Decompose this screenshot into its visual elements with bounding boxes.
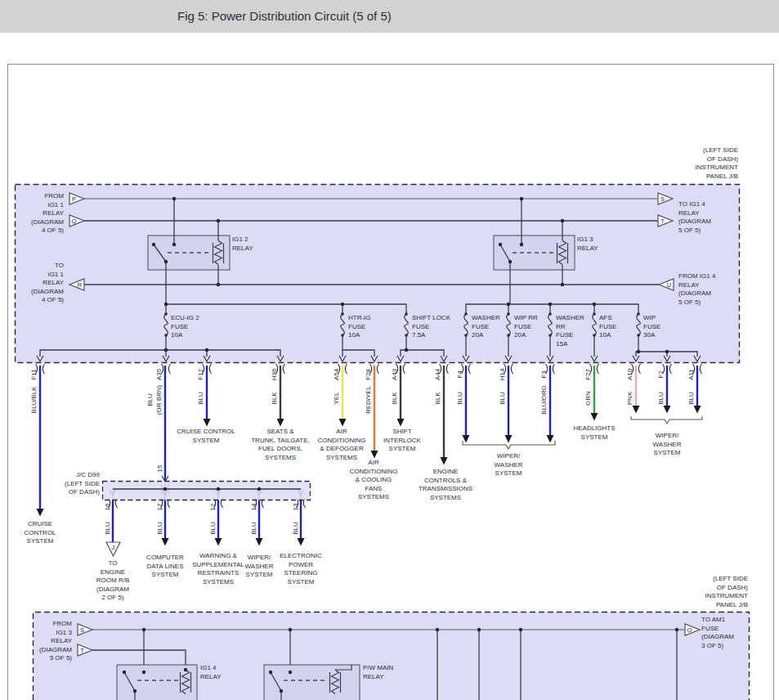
jc-pin-16: 16 bbox=[104, 504, 113, 511]
dest-cruise-control: CRUISE CONTROL SYSTEM bbox=[24, 520, 56, 546]
wire-color: BLU bbox=[687, 392, 696, 405]
svg-text:P: P bbox=[72, 195, 76, 203]
lower-panel-note: (LEFT SIDE OF DASH) INSTRUMENT PANEL J/B bbox=[705, 575, 748, 609]
jc-pin-17: 17 bbox=[156, 504, 165, 511]
wire-code: F2 bbox=[657, 370, 666, 378]
wire-color: RED/YEL bbox=[365, 386, 374, 414]
to-ig1-1-label: TO IG1 1 RELAY (DIAGRAM 4 OF 5) bbox=[31, 262, 64, 305]
from-ig1-3-label: FROM IG1 3 RELAY (DIAGRAM 5 OF 5) bbox=[39, 620, 72, 663]
wire-code: H36 bbox=[271, 369, 280, 381]
ig1-3-relay-label: IG1 3 RELAY bbox=[577, 236, 598, 253]
dest-warning-restraints: WARNING & SUPPLEMENTAL RESTRAINTS SYSTEM… bbox=[192, 552, 244, 586]
wire-color: BLU bbox=[499, 392, 508, 405]
svg-text:J: J bbox=[112, 544, 115, 551]
fuse-label-wip: WIP FUSE 30A bbox=[643, 314, 660, 340]
wire-color: BLU bbox=[456, 392, 465, 405]
wire-color: BLU bbox=[657, 392, 666, 405]
dest-computer-data-lines: COMPUTER DATA LINES SYSTEM bbox=[146, 554, 184, 580]
wire-code: F28 bbox=[365, 369, 374, 380]
dest-wiper-washer-jc: WIPER/ WASHER SYSTEM bbox=[245, 554, 274, 580]
fuse-label-afs: AFS FUSE 10A bbox=[599, 314, 616, 340]
wire-color: PNK bbox=[626, 392, 635, 405]
svg-text:R: R bbox=[78, 281, 83, 289]
wire-code: A10 bbox=[626, 369, 635, 380]
ig1-2-relay-label: IG1 2 RELAY bbox=[232, 236, 253, 253]
wire-color: BLU/BLK bbox=[30, 387, 39, 414]
fuse-label-shift-lock: SHIFT LOCK FUSE 7.5A bbox=[412, 314, 450, 340]
upper-panel-note: (LEFT SIDE OF DASH) INSTRUMENT PANEL J/B bbox=[696, 146, 738, 181]
wire-color: GRN bbox=[584, 391, 593, 406]
dest-cruise-control-2: CRUISE CONTROL SYSTEM bbox=[177, 428, 235, 445]
fuse-label-htr-ig: HTR-IG FUSE 10A bbox=[348, 314, 371, 340]
dest-wiper-washer-mid: WIPER/ WASHER SYSTEM bbox=[495, 452, 523, 478]
dest-wiper-washer-right: WIPER/ WASHER SYSTEM bbox=[653, 432, 682, 458]
wire-code: A54 bbox=[333, 369, 342, 380]
wire-code: H14 bbox=[499, 369, 508, 381]
wire-code: F4 bbox=[456, 370, 465, 378]
dest-ac-cooling-fans: AIR CONDITIONING & COOLING FANS SYSTEMS bbox=[349, 459, 397, 502]
diagram-canvas bbox=[8, 65, 774, 700]
pw-main-relay-box bbox=[264, 665, 360, 700]
fuse-label-washer-rr: WASHER RR FUSE 15A bbox=[556, 314, 584, 348]
wire-color: BLU bbox=[197, 392, 206, 405]
diagram-page: Fig 5: Power Distribution Circuit (5 of … bbox=[0, 0, 779, 700]
jc-wire-color: BLU bbox=[209, 522, 218, 535]
wire-color: BLK bbox=[391, 392, 400, 404]
svg-text:S: S bbox=[660, 195, 665, 203]
wire-code: F3 bbox=[540, 370, 549, 378]
ig1-4-relay-label: IG1 4 RELAY bbox=[200, 664, 222, 681]
wire-color: BLU (OR BRN) bbox=[146, 385, 163, 415]
jc-d99-box bbox=[103, 482, 311, 500]
fuse-label-wip-rr: WIP RR FUSE 20A bbox=[514, 314, 538, 340]
wire-code: F12 bbox=[197, 369, 206, 380]
dest-ac-defogger: AIR CONDITIONING & DEFOGGER SYSTEMS bbox=[317, 428, 365, 462]
from-ig1-1-label: FROM IG1 1 RELAY (DIAGRAM 4 OF 5) bbox=[31, 192, 64, 236]
dest-seats-trunk: SEATS & TRUNK, TAILGATE, FUEL DOORS, SYS… bbox=[251, 428, 310, 462]
jc-d99-label: J/C D99 (LEFT SIDE OF DASH) bbox=[65, 471, 100, 497]
pw-main-relay-label: P/W MAIN RELAY bbox=[363, 664, 393, 681]
dest-headlights: HEADLIGHTS SYSTEM bbox=[573, 424, 615, 442]
jc-pin-12: 12 bbox=[209, 504, 218, 511]
to-am1-fuse-label: TO AM1 FUSE (DIAGRAM 3 OF 5) bbox=[701, 616, 734, 650]
jc-wire-color: BLU bbox=[250, 522, 259, 535]
upper-junction-box bbox=[16, 185, 740, 363]
jc-wire-color: BLU bbox=[104, 522, 113, 535]
svg-text:Q: Q bbox=[72, 218, 77, 225]
from-ig1-4-label: FROM IG1 4 RELAY (DIAGRAM 5 OF 5) bbox=[678, 272, 715, 307]
svg-text:T: T bbox=[660, 218, 665, 225]
jc-wire-color: BLU bbox=[156, 522, 165, 535]
dest-electronic-power-steering: ELECTRONIC POWER STEERING SYSTEM bbox=[280, 552, 322, 586]
jc-pin-15: 15 bbox=[156, 465, 165, 473]
wire-color: BLU/ORG bbox=[540, 385, 549, 415]
svg-text:O: O bbox=[687, 626, 692, 634]
wire-code: A11 bbox=[687, 369, 696, 380]
wire-code: A43 bbox=[391, 369, 400, 380]
dest-engine-room-rb: TO ENGINE ROOM R/B (DIAGRAM 2 OF 5) bbox=[96, 559, 129, 603]
wire-color: BLK bbox=[271, 392, 280, 404]
wire-code: A35 bbox=[155, 369, 164, 380]
wire-code: F11 bbox=[30, 369, 39, 379]
jc-pin-14: 14 bbox=[250, 504, 259, 511]
jc-pin-13: 13 bbox=[292, 504, 301, 511]
wire-code: F27 bbox=[584, 369, 593, 380]
wire-color: YEL bbox=[333, 392, 342, 404]
wire-color: BLK bbox=[434, 392, 443, 404]
jc-wire-color: BLU bbox=[292, 522, 301, 535]
fuse-label-ecu-ig2: ECU-IG 2 FUSE 10A bbox=[171, 314, 199, 340]
fuse-label-washer: WASHER FUSE 20A bbox=[472, 314, 500, 340]
dest-engine-controls: ENGINE CONTROLS & TRANSMISSIONS SYSTEMS bbox=[419, 468, 472, 502]
to-ig1-4-label: TO IG1 4 RELAY (DIAGRAM 5 OF 5) bbox=[678, 200, 711, 235]
dest-shift-interlock: SHIFT INTERLOCK SYSTEM bbox=[383, 428, 421, 454]
svg-text:U: U bbox=[667, 281, 671, 289]
svg-text:T: T bbox=[80, 647, 84, 654]
svg-text:S: S bbox=[80, 626, 84, 634]
wire-code: A44 bbox=[434, 369, 443, 380]
